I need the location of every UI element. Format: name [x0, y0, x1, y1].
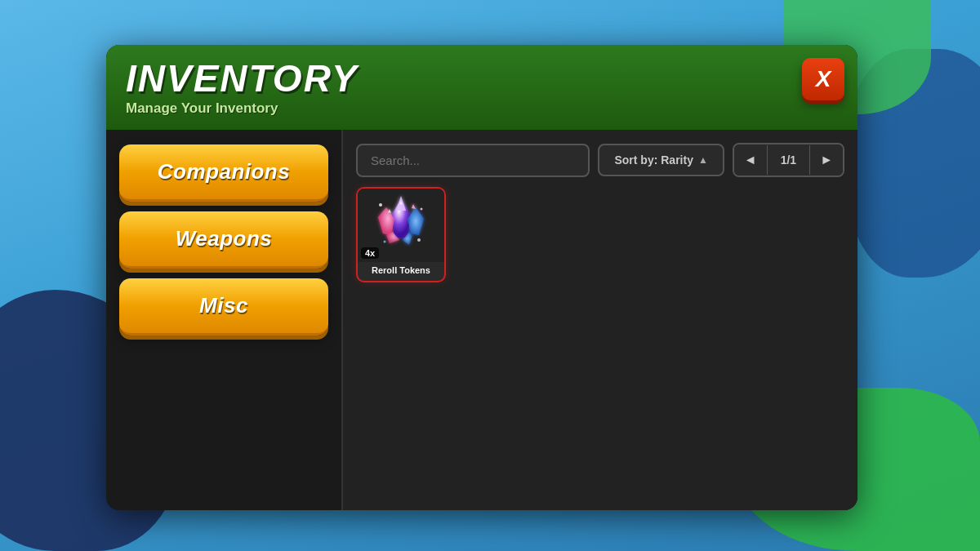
- sidebar-item-weapons[interactable]: Weapons: [119, 211, 328, 269]
- page-indicator: 1/1: [767, 145, 810, 175]
- page-next-button[interactable]: ►: [810, 144, 843, 176]
- item-icon-area: 4x: [358, 189, 444, 262]
- page-prev-button[interactable]: ◄: [734, 144, 767, 176]
- svg-point-11: [384, 241, 386, 243]
- modal-header: INVENTORY Manage Your Inventory X: [106, 45, 858, 130]
- pagination: ◄ 1/1 ►: [733, 143, 844, 177]
- items-grid: 4x Reroll Tokens: [356, 187, 844, 500]
- sort-arrow-icon: ▲: [698, 154, 708, 166]
- content-area: Sort by: Rarity ▲ ◄ 1/1 ►: [343, 130, 858, 510]
- modal-subtitle: Manage Your Inventory: [126, 100, 838, 117]
- svg-marker-8: [412, 204, 416, 209]
- sort-button[interactable]: Sort by: Rarity ▲: [598, 144, 724, 176]
- sort-label: Sort by: Rarity: [614, 153, 693, 167]
- inventory-modal: INVENTORY Manage Your Inventory X Compan…: [106, 45, 858, 510]
- search-input[interactable]: [356, 144, 590, 177]
- modal-body: Companions Weapons Misc Sort by: Rarity …: [106, 130, 858, 510]
- sidebar-item-companions[interactable]: Companions: [119, 144, 328, 202]
- close-button[interactable]: X: [802, 58, 844, 100]
- sidebar-item-misc[interactable]: Misc: [119, 278, 328, 335]
- item-reroll-tokens[interactable]: 4x Reroll Tokens: [356, 187, 446, 282]
- svg-marker-1: [378, 207, 394, 235]
- sidebar: Companions Weapons Misc: [106, 130, 343, 510]
- svg-marker-2: [408, 207, 424, 235]
- toolbar: Sort by: Rarity ▲ ◄ 1/1 ►: [356, 143, 844, 177]
- svg-point-9: [379, 203, 382, 207]
- svg-point-12: [417, 238, 421, 242]
- svg-point-10: [421, 208, 423, 211]
- item-count-badge: 4x: [361, 247, 379, 259]
- modal-title: INVENTORY: [126, 60, 838, 97]
- item-name: Reroll Tokens: [368, 262, 434, 276]
